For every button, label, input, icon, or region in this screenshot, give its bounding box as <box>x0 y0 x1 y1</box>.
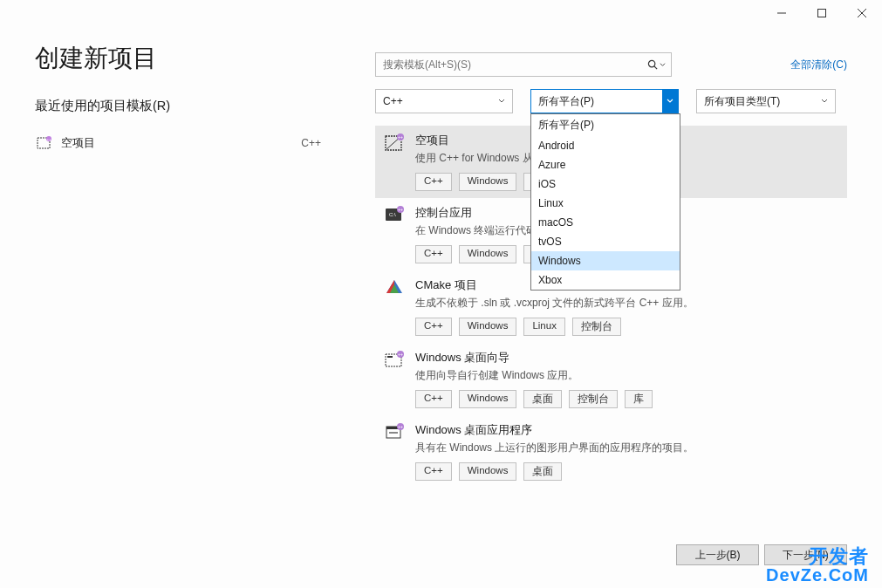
template-icon: ++ <box>384 422 405 443</box>
template-name: Windows 桌面向导 <box>415 350 838 366</box>
template-icon: ++ <box>384 350 405 371</box>
minimize-button[interactable] <box>762 0 802 26</box>
template-tag: C++ <box>415 390 452 408</box>
template-tag: Linux <box>523 318 565 336</box>
svg-text:++: ++ <box>398 207 403 212</box>
platform-dropdown-list: 所有平台(P)AndroidAzureiOSLinuxmacOStvOSWind… <box>530 113 680 291</box>
platform-option[interactable]: Azure <box>531 155 680 174</box>
svg-point-7 <box>648 60 654 66</box>
recent-item-name: 空项目 <box>61 136 292 151</box>
search-input[interactable] <box>375 52 672 77</box>
svg-rect-23 <box>389 432 398 434</box>
template-icon: C:\++ <box>384 205 405 226</box>
empty-project-icon: ++ <box>37 135 52 151</box>
search-field[interactable] <box>383 58 647 71</box>
close-button[interactable] <box>842 0 882 26</box>
project-type-dropdown[interactable]: 所有项目类型(T) <box>696 89 836 113</box>
chevron-down-icon <box>662 90 678 113</box>
svg-text:++: ++ <box>398 134 403 140</box>
template-tag: Windows <box>459 462 517 481</box>
template-tag: C++ <box>415 318 452 336</box>
template-description: 使用向导自行创建 Windows 应用。 <box>415 368 838 383</box>
platform-option[interactable]: Linux <box>531 194 680 213</box>
svg-rect-1 <box>818 10 826 17</box>
platform-option[interactable]: macOS <box>531 213 680 232</box>
chevron-down-icon <box>821 95 828 107</box>
project-type-dropdown-label: 所有项目类型(T) <box>704 94 780 109</box>
template-item[interactable]: ++ Windows 桌面向导 使用向导自行创建 Windows 应用。 C++… <box>375 343 847 415</box>
recent-heading: 最近使用的项目模板(R) <box>35 98 375 114</box>
template-tag: C++ <box>415 173 452 191</box>
platform-option[interactable]: Xbox <box>531 270 680 290</box>
template-tag: 库 <box>625 390 653 408</box>
recent-item-tag: C++ <box>301 137 321 149</box>
platform-option[interactable]: Android <box>531 136 680 155</box>
language-dropdown[interactable]: C++ <box>375 89 513 113</box>
next-button[interactable]: 下一步(N) <box>764 544 847 565</box>
clear-all-link[interactable]: 全部清除(C) <box>790 58 847 72</box>
template-tag: 桌面 <box>523 462 562 481</box>
chevron-down-icon <box>498 95 505 107</box>
template-description: 具有在 Windows 上运行的图形用户界面的应用程序的项目。 <box>415 441 838 455</box>
platform-dropdown[interactable]: 所有平台(P) 所有平台(P)AndroidAzureiOSLinuxmacOS… <box>530 89 679 113</box>
template-tag: Windows <box>459 173 517 191</box>
platform-dropdown-label: 所有平台(P) <box>538 94 594 109</box>
platform-option[interactable]: 所有平台(P) <box>531 114 680 136</box>
svg-text:++: ++ <box>47 137 51 141</box>
template-tag: 桌面 <box>523 390 562 408</box>
svg-text:++: ++ <box>398 424 403 429</box>
template-item[interactable]: ++ Windows 桌面应用程序 具有在 Windows 上运行的图形用户界面… <box>375 415 847 488</box>
platform-option[interactable]: Windows <box>531 251 680 270</box>
back-button[interactable]: 上一步(B) <box>676 544 759 565</box>
maximize-button[interactable] <box>802 0 842 26</box>
svg-rect-18 <box>387 356 393 358</box>
svg-line-8 <box>654 65 657 68</box>
template-tag: Windows <box>459 390 517 408</box>
svg-text:++: ++ <box>398 352 403 357</box>
template-tag: Windows <box>459 245 517 263</box>
template-name: Windows 桌面应用程序 <box>415 422 838 438</box>
template-tag: 控制台 <box>569 390 618 408</box>
template-icon: ++ <box>384 133 405 154</box>
template-icon <box>384 277 405 298</box>
language-dropdown-label: C++ <box>383 95 403 107</box>
page-title: 创建新项目 <box>35 42 375 75</box>
template-description: 生成不依赖于 .sln 或 .vcxproj 文件的新式跨平台 C++ 应用。 <box>415 296 838 311</box>
svg-text:C:\: C:\ <box>389 212 396 217</box>
template-tag: C++ <box>415 245 452 263</box>
platform-option[interactable]: iOS <box>531 174 680 194</box>
template-tag: Windows <box>459 318 517 336</box>
search-icon[interactable] <box>647 59 666 71</box>
template-tag: 控制台 <box>572 318 621 336</box>
recent-template-item[interactable]: ++ 空项目 C++ <box>35 132 375 154</box>
platform-option[interactable]: tvOS <box>531 232 680 251</box>
template-tag: C++ <box>415 462 452 481</box>
